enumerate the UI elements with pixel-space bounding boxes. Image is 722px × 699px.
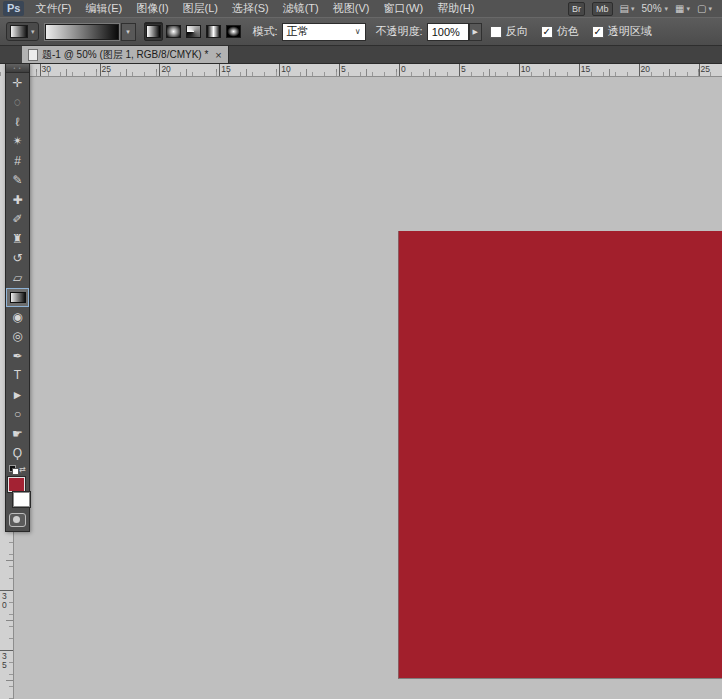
menu-item[interactable]: 图层(L) xyxy=(176,0,225,17)
type-tool[interactable]: T xyxy=(6,366,29,386)
reverse-checkbox[interactable]: 反向 xyxy=(490,24,528,39)
gradient-picker[interactable]: ▾ xyxy=(45,23,136,41)
zoom-level-button[interactable]: 50%▾ xyxy=(642,3,669,14)
switch-colors-icon[interactable]: ⇄ xyxy=(19,466,26,474)
menu-item[interactable]: 选择(S) xyxy=(225,0,276,17)
view-extras-button[interactable]: ▤▾ xyxy=(620,3,635,14)
arrange-documents-button[interactable]: ▦▾ xyxy=(675,3,690,14)
menu-item[interactable]: 视图(V) xyxy=(326,0,377,17)
eyedropper-tool[interactable]: ✎ xyxy=(6,171,29,191)
menu-item[interactable]: 图像(I) xyxy=(129,0,175,17)
ruler-tick xyxy=(579,63,580,76)
transparency-checkbox-box[interactable]: ✓ xyxy=(592,26,604,38)
ruler-tick xyxy=(459,63,460,76)
tab-title: 题-1 @ 50% (图层 1, RGB/8/CMYK) * xyxy=(42,48,208,62)
document-tab-bar: 题-1 @ 50% (图层 1, RGB/8/CMYK) * × xyxy=(0,46,722,64)
ruler-label: 25 xyxy=(102,64,111,74)
launch-bridge-button[interactable]: Br xyxy=(568,2,585,16)
ruler-horizontal[interactable]: 302520151050510152025 xyxy=(0,63,722,77)
zoom-tool[interactable]: Ϙ xyxy=(6,444,29,464)
blend-mode-value: 正常 xyxy=(287,24,309,39)
chevron-down-icon: ▾ xyxy=(631,5,635,13)
document-icon xyxy=(28,49,38,61)
ellipse-tool[interactable]: ○ xyxy=(6,405,29,425)
opacity-input[interactable]: 100% xyxy=(427,23,469,41)
zoom-level-value: 50% xyxy=(642,3,662,14)
path-selection-tool[interactable]: ► xyxy=(6,385,29,405)
ruler-label: 10 xyxy=(521,64,530,74)
dither-checkbox[interactable]: ✓仿色 xyxy=(541,24,579,39)
gradient-picker-dropdown[interactable]: ▾ xyxy=(121,23,136,41)
angle-gradient-button[interactable] xyxy=(184,22,203,41)
lasso-tool[interactable]: ℓ xyxy=(6,112,29,132)
ruler-tick xyxy=(219,63,220,76)
menu-item[interactable]: 滤镜(T) xyxy=(276,0,326,17)
ruler-label: 5 xyxy=(461,64,466,74)
document-canvas[interactable] xyxy=(398,231,722,679)
brush-tool[interactable]: ✐ xyxy=(6,210,29,230)
gradient-preview[interactable] xyxy=(45,24,119,40)
options-checkboxes: 反向✓仿色✓透明区域 xyxy=(490,24,652,39)
screen-mode-button[interactable]: ▢▾ xyxy=(697,3,712,14)
dither-checkbox-box[interactable]: ✓ xyxy=(541,26,553,38)
chevron-down-icon: ▾ xyxy=(665,5,669,13)
transparency-checkbox[interactable]: ✓透明区域 xyxy=(592,24,652,39)
screen-mode-icon: ▢ xyxy=(697,3,706,14)
diamond-gradient-button[interactable] xyxy=(224,22,243,41)
mode-label: 模式: xyxy=(253,24,278,39)
ruler-tick xyxy=(399,63,400,76)
move-tool[interactable]: ✛ xyxy=(6,73,29,93)
reverse-checkbox-box[interactable] xyxy=(490,26,502,38)
menu-item[interactable]: 窗口(W) xyxy=(376,0,430,17)
default-colors-icon[interactable] xyxy=(9,465,19,475)
document-tab[interactable]: 题-1 @ 50% (图层 1, RGB/8/CMYK) * × xyxy=(22,46,229,63)
healing-brush-tool[interactable]: ✚ xyxy=(6,190,29,210)
ruler-label: 15 xyxy=(221,64,230,74)
blur-tool[interactable]: ◉ xyxy=(6,307,29,327)
elliptical-marquee-tool[interactable]: ◌ xyxy=(6,93,29,113)
application-bar: Br Mb ▤▾ 50%▾ ▦▾ ▢▾ xyxy=(568,2,722,16)
chevron-down-icon: ▾ xyxy=(708,5,712,13)
ruler-tick xyxy=(279,63,280,76)
dither-checkbox-label: 仿色 xyxy=(557,24,579,39)
foreground-color-swatch[interactable] xyxy=(8,477,25,492)
ruler-label: 30 xyxy=(42,64,51,74)
crop-tool[interactable]: # xyxy=(6,151,29,171)
linear-gradient-button[interactable] xyxy=(144,22,163,41)
toolbox-panel: • • ✛◌ℓ✴#✎✚✐♜↺▱◉◎✒T►○☛Ϙ ⇄ xyxy=(5,63,30,532)
background-color-swatch[interactable] xyxy=(13,492,30,507)
menu-item[interactable]: 文件(F) xyxy=(28,0,78,17)
ruler-tick xyxy=(519,63,520,76)
toolbox-header[interactable]: • • xyxy=(6,64,29,73)
eraser-tool[interactable]: ▱ xyxy=(6,268,29,288)
view-extras-icon: ▤ xyxy=(620,3,629,14)
quick-selection-tool[interactable]: ✴ xyxy=(6,132,29,152)
clone-stamp-tool[interactable]: ♜ xyxy=(6,229,29,249)
opacity-slider-button[interactable]: ▶ xyxy=(469,23,482,41)
pen-tool[interactable]: ✒ xyxy=(6,346,29,366)
ruler-label: 15 xyxy=(581,64,590,74)
history-brush-tool[interactable]: ↺ xyxy=(6,249,29,269)
ruler-tick xyxy=(639,63,640,76)
radial-gradient-button[interactable] xyxy=(164,22,183,41)
quick-mask-button[interactable] xyxy=(9,513,26,527)
tab-close-button[interactable]: × xyxy=(215,50,221,60)
hand-tool[interactable]: ☛ xyxy=(6,424,29,444)
ruler-tick xyxy=(159,63,160,76)
ruler-label: 5 xyxy=(341,64,346,74)
chevron-down-icon: ▾ xyxy=(687,5,691,13)
tool-preset-picker[interactable]: ▾ xyxy=(6,22,39,41)
gradient-tool[interactable] xyxy=(6,288,29,308)
quick-mask-row xyxy=(6,509,29,531)
mini-colors-row: ⇄ xyxy=(6,463,29,476)
launch-mini-bridge-button[interactable]: Mb xyxy=(592,2,613,16)
photoshop-logo: Ps xyxy=(3,1,24,16)
reflected-gradient-button[interactable] xyxy=(204,22,223,41)
dodge-tool[interactable]: ◎ xyxy=(6,327,29,347)
menu-item[interactable]: 编辑(E) xyxy=(79,0,130,17)
ruler-label: 25 xyxy=(701,64,710,74)
blend-mode-select[interactable]: 正常 ∨ xyxy=(282,23,366,41)
chevron-down-icon: ∨ xyxy=(355,27,361,36)
opacity-label: 不透明度: xyxy=(376,24,423,39)
menu-item[interactable]: 帮助(H) xyxy=(430,0,481,17)
